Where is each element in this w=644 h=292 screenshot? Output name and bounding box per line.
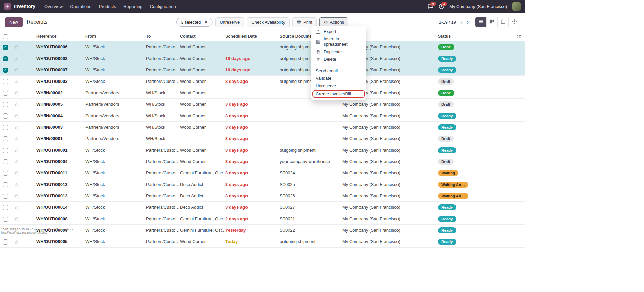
cell-status[interactable]: Draft — [437, 99, 525, 110]
cell-to[interactable]: Partners/Custo… — [145, 64, 179, 76]
cell-source-document[interactable]: S00027 — [279, 202, 342, 213]
cell-reference[interactable]: WH/OUT/00009 — [22, 225, 85, 236]
nav-menu-products[interactable]: Products — [95, 4, 120, 9]
column-header-reference[interactable]: Reference — [22, 32, 85, 41]
cell-contact[interactable]: Wood Corner — [179, 41, 225, 53]
favorite-star-icon[interactable]: ☆ — [14, 159, 18, 164]
activities-button[interactable]: 1 — [439, 4, 444, 9]
cell-contact[interactable]: Deco Addict — [179, 179, 225, 190]
favorite-star-icon[interactable]: ☆ — [14, 204, 18, 210]
favorite-star-icon[interactable]: ☆ — [14, 101, 18, 107]
menu-item-validate[interactable]: Validate — [311, 75, 366, 82]
clear-selection-button[interactable]: ✕ — [204, 20, 208, 24]
new-button[interactable]: New — [5, 17, 23, 27]
cell-contact[interactable]: Wood Corner — [179, 76, 225, 87]
table-row[interactable]: ☆ WH/IN/00005 Partners/Vendors WH/Stock … — [0, 99, 525, 110]
row-checkbox[interactable] — [3, 45, 8, 50]
cell-to[interactable]: WH/Stock — [145, 110, 179, 122]
cell-contact[interactable]: Wood Corner — [179, 236, 225, 248]
cell-status[interactable]: Ready — [437, 122, 525, 133]
cell-company[interactable]: My Company (San Francisco) — [342, 144, 437, 156]
view-switch-activity[interactable] — [508, 17, 520, 27]
row-checkbox[interactable] — [3, 68, 8, 73]
favorite-star-icon[interactable]: ☆ — [14, 239, 18, 245]
cell-source-document[interactable]: outgoing shipment — [279, 144, 342, 156]
cell-to[interactable]: Partners/Custo… — [145, 190, 179, 202]
cell-scheduled-date[interactable]: 3 days ago — [225, 122, 279, 133]
cell-status[interactable]: Done — [437, 87, 525, 99]
cell-reference[interactable]: WH/OUT/00011 — [22, 167, 85, 179]
view-switch-kanban[interactable] — [486, 17, 497, 27]
row-checkbox[interactable] — [3, 91, 8, 96]
table-row[interactable]: ☆ WH/OUT/00007 WH/Stock Partners/Custo… … — [0, 64, 525, 76]
cell-scheduled-date[interactable] — [225, 41, 279, 53]
favorite-star-icon[interactable]: ☆ — [14, 67, 18, 73]
cell-from[interactable]: WH/Stock — [85, 225, 145, 236]
cell-scheduled-date[interactable]: 10 days ago — [225, 64, 279, 76]
cell-status[interactable]: Ready — [437, 53, 525, 64]
row-checkbox[interactable] — [3, 205, 8, 210]
apps-menu-icon[interactable] — [4, 3, 11, 10]
cell-reference[interactable]: WH/OUT/00013 — [22, 190, 85, 202]
cell-company[interactable]: My Company (San Francisco) — [342, 225, 437, 236]
cell-status[interactable]: Ready — [437, 236, 525, 248]
cell-reference[interactable]: WH/OUT/00001 — [22, 144, 85, 156]
cell-scheduled-date[interactable]: 3 days ago — [225, 99, 279, 110]
cell-source-document[interactable]: outgoing shipment — [279, 236, 342, 248]
cell-from[interactable]: Partners/Vendors — [85, 133, 145, 144]
cell-from[interactable]: WH/Stock — [85, 190, 145, 202]
cell-source-document[interactable]: S00024 — [279, 167, 342, 179]
cell-from[interactable]: Partners/Vendors — [85, 110, 145, 122]
cell-to[interactable]: WH/Stock — [145, 133, 179, 144]
row-checkbox[interactable] — [3, 217, 8, 222]
cell-to[interactable]: Partners/Custo… — [145, 53, 179, 64]
cell-status[interactable]: Waiting An… — [437, 190, 525, 202]
cell-status[interactable]: Ready — [437, 110, 525, 122]
cell-to[interactable]: Partners/Custo… — [145, 236, 179, 248]
cell-contact[interactable]: Gemini Furniture, Osc… — [179, 213, 225, 225]
favorite-star-icon[interactable]: ☆ — [14, 170, 18, 176]
cell-source-document[interactable]: S00026 — [279, 190, 342, 202]
menu-item-create-invoice-bill[interactable]: Create Invoice/Bill — [312, 90, 365, 98]
column-header-contact[interactable]: Contact — [179, 32, 225, 41]
table-row[interactable]: ☆ WH/OUT/00003 WH/Stock Partners/Custo… … — [0, 76, 525, 87]
cell-to[interactable]: Partners/Custo… — [145, 144, 179, 156]
cell-company[interactable]: My Company (San Francisco) — [342, 167, 437, 179]
cell-source-document[interactable] — [279, 122, 342, 133]
cell-scheduled-date[interactable]: 3 days ago — [225, 144, 279, 156]
cell-to[interactable]: Partners/Custo… — [145, 213, 179, 225]
cell-company[interactable]: My Company (San Francisco) — [342, 179, 437, 190]
cell-contact[interactable]: Wood Corner — [179, 53, 225, 64]
menu-item-insert-in-spreadsheet[interactable]: Insert in spreadsheet — [311, 35, 366, 48]
cell-scheduled-date[interactable]: 3 days ago — [225, 179, 279, 190]
pager-next-button[interactable]: › — [465, 19, 471, 25]
favorite-star-icon[interactable]: ☆ — [14, 182, 18, 187]
cell-from[interactable]: Partners/Vendors — [85, 87, 145, 99]
cell-from[interactable]: WH/Stock — [85, 144, 145, 156]
cell-reference[interactable]: WH/OUT/00007 — [22, 64, 85, 76]
cell-from[interactable]: Partners/Vendors — [85, 122, 145, 133]
cell-company[interactable]: My Company (San Francisco) — [342, 110, 437, 122]
cell-reference[interactable]: WH/IN/00005 — [22, 99, 85, 110]
user-avatar[interactable] — [512, 2, 521, 11]
cell-scheduled-date[interactable] — [225, 87, 279, 99]
favorite-star-icon[interactable]: ☆ — [14, 216, 18, 222]
cell-status[interactable]: Draft — [437, 76, 525, 87]
favorite-star-icon[interactable]: ☆ — [14, 78, 18, 84]
cell-status[interactable]: Ready — [437, 144, 525, 156]
nav-menu-reporting[interactable]: Reporting — [120, 4, 146, 9]
table-row[interactable]: ☆ WH/OUT/00009 WH/Stock Partners/Custo… … — [0, 225, 525, 236]
view-switch-list[interactable] — [475, 17, 486, 27]
cell-from[interactable]: WH/Stock — [85, 167, 145, 179]
column-header-scheduled-date[interactable]: Scheduled Date — [225, 32, 279, 41]
cell-to[interactable]: Partners/Custo… — [145, 179, 179, 190]
cell-contact[interactable]: Gemini Furniture, Osc… — [179, 167, 225, 179]
row-checkbox[interactable] — [3, 56, 8, 61]
cell-to[interactable]: WH/Stock — [145, 99, 179, 110]
favorite-star-icon[interactable]: ☆ — [14, 90, 18, 96]
cell-contact[interactable]: Wood Corner — [179, 64, 225, 76]
cell-company[interactable]: My Company (San Francisco) — [342, 122, 437, 133]
favorite-star-icon[interactable]: ☆ — [14, 44, 18, 50]
check-availability-button[interactable]: Check Availability — [247, 17, 290, 27]
cell-source-document[interactable]: S00025 — [279, 179, 342, 190]
